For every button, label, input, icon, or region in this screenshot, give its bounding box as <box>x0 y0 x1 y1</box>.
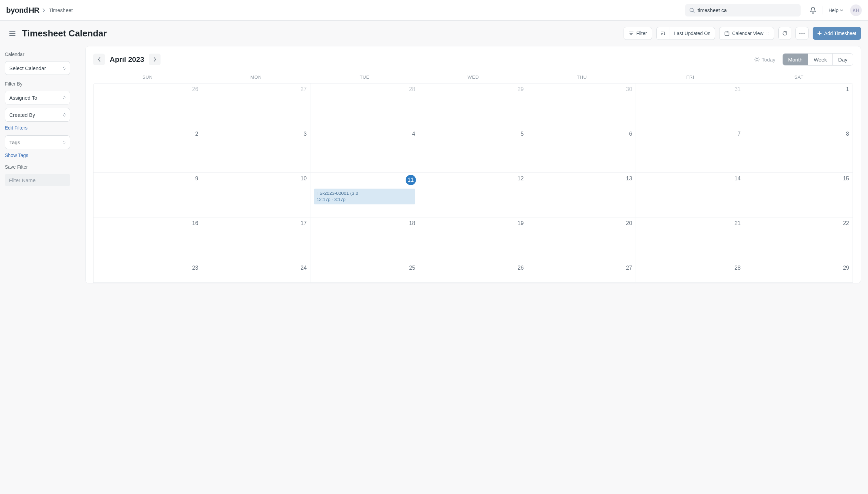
chevron-down-icon <box>840 9 843 11</box>
sidebar: Calendar Select Calendar Filter By Assig… <box>5 46 85 192</box>
select-calendar-value: Select Calendar <box>9 65 46 71</box>
day-number: 12 <box>517 176 524 182</box>
updown-icon <box>766 32 769 35</box>
refresh-button[interactable] <box>778 27 791 40</box>
edit-filters-link[interactable]: Edit Filters <box>5 125 28 131</box>
filter-name-input[interactable] <box>5 174 70 186</box>
dow-mon: MON <box>202 72 310 83</box>
day-cell[interactable]: 10 <box>202 173 311 217</box>
day-cell[interactable]: 26 <box>419 262 528 283</box>
day-cell[interactable]: 17 <box>202 217 311 262</box>
day-cell[interactable]: 13 <box>527 173 636 217</box>
updown-icon <box>63 113 66 117</box>
day-number: 27 <box>626 265 632 271</box>
sort-button[interactable] <box>657 27 670 40</box>
view-day[interactable]: Day <box>832 54 853 65</box>
sidebar-toggle[interactable] <box>7 28 18 39</box>
filter-button[interactable]: Filter <box>624 27 652 40</box>
day-cell[interactable]: 24 <box>202 262 311 283</box>
breadcrumb[interactable]: Timesheet <box>49 7 73 13</box>
day-cell[interactable]: 26 <box>94 83 202 128</box>
day-cell[interactable]: 27 <box>202 83 311 128</box>
dow-thu: THU <box>527 72 636 83</box>
show-tags-link[interactable]: Show Tags <box>5 153 28 158</box>
add-timesheet-button[interactable]: Add Timesheet <box>813 27 861 40</box>
day-cell[interactable]: 11TS-2023-00001 (3.012:17p - 3:17p <box>310 173 419 217</box>
dow-tue: TUE <box>310 72 419 83</box>
day-cell[interactable]: 28 <box>310 83 419 128</box>
filter-assigned-to[interactable]: Assigned To <box>5 91 70 104</box>
more-button[interactable] <box>795 27 809 40</box>
day-cell[interactable]: 18 <box>310 217 419 262</box>
prev-month-button[interactable] <box>93 54 105 65</box>
filter-tags[interactable]: Tags <box>5 135 70 149</box>
day-cell[interactable]: 28 <box>636 262 745 283</box>
notifications-button[interactable] <box>807 4 819 16</box>
select-calendar[interactable]: Select Calendar <box>5 61 70 75</box>
day-cell[interactable]: 31 <box>636 83 745 128</box>
day-cell[interactable]: 25 <box>310 262 419 283</box>
day-number: 18 <box>409 220 415 226</box>
calendar-panel: April 2023 Today Month Week Day SUNMONTU… <box>85 46 861 283</box>
dow-wed: WED <box>419 72 528 83</box>
search-input[interactable] <box>697 7 796 13</box>
day-cell[interactable]: 9 <box>94 173 202 217</box>
filter-icon <box>629 31 634 35</box>
updown-icon <box>63 66 66 70</box>
day-number: 28 <box>409 86 415 92</box>
today-button[interactable]: Today <box>750 57 780 63</box>
calendar-icon <box>724 31 729 36</box>
next-month-button[interactable] <box>149 54 161 65</box>
day-cell[interactable]: 21 <box>636 217 745 262</box>
day-cell[interactable]: 12 <box>419 173 528 217</box>
day-cell[interactable]: 20 <box>527 217 636 262</box>
day-cell[interactable]: 15 <box>744 173 853 217</box>
day-number: 25 <box>409 265 415 271</box>
day-number: 5 <box>520 131 524 137</box>
day-cell[interactable]: 16 <box>94 217 202 262</box>
day-cell[interactable]: 27 <box>527 262 636 283</box>
day-number: 20 <box>626 220 632 226</box>
sidebar-calendar-label: Calendar <box>5 52 82 57</box>
brand-hr: HR <box>29 6 40 15</box>
day-cell[interactable]: 1 <box>744 83 853 128</box>
help-menu[interactable]: Help <box>826 4 845 16</box>
day-cell[interactable]: 23 <box>94 262 202 283</box>
day-cell[interactable]: 22 <box>744 217 853 262</box>
assigned-to-value: Assigned To <box>9 95 37 101</box>
filter-label: Filter <box>636 31 647 36</box>
navbar: byondHR Timesheet Help KH <box>0 0 868 21</box>
sort-icon <box>661 31 666 36</box>
day-cell[interactable]: 8 <box>744 128 853 173</box>
day-cell[interactable]: 19 <box>419 217 528 262</box>
day-cell[interactable]: 29 <box>419 83 528 128</box>
calendar-event[interactable]: TS-2023-00001 (3.012:17p - 3:17p <box>314 189 415 204</box>
today-label: Today <box>762 57 776 63</box>
refresh-icon <box>782 31 788 36</box>
day-cell[interactable]: 5 <box>419 128 528 173</box>
day-cell[interactable]: 3 <box>202 128 311 173</box>
view-selector[interactable]: Calendar View <box>719 27 774 40</box>
view-month[interactable]: Month <box>783 54 808 65</box>
view-toggle: Month Week Day <box>782 53 853 66</box>
day-cell[interactable]: 6 <box>527 128 636 173</box>
filter-created-by[interactable]: Created By <box>5 108 70 122</box>
day-cell[interactable]: 29 <box>744 262 853 283</box>
help-label: Help <box>828 8 838 13</box>
day-number: 13 <box>626 176 632 182</box>
day-number: 29 <box>843 265 849 271</box>
day-cell[interactable]: 2 <box>94 128 202 173</box>
day-cell[interactable]: 30 <box>527 83 636 128</box>
search-box[interactable] <box>685 4 801 16</box>
avatar[interactable]: KH <box>850 4 862 16</box>
brand-logo[interactable]: byondHR <box>6 6 39 15</box>
updown-icon <box>63 141 66 144</box>
day-number: 17 <box>300 220 307 226</box>
sidebar-save-filter-label: Save Filter <box>5 164 82 170</box>
day-cell[interactable]: 14 <box>636 173 745 217</box>
day-number: 28 <box>735 265 741 271</box>
day-cell[interactable]: 4 <box>310 128 419 173</box>
last-updated-button[interactable]: Last Updated On <box>670 27 715 40</box>
day-cell[interactable]: 7 <box>636 128 745 173</box>
view-week[interactable]: Week <box>808 54 832 65</box>
